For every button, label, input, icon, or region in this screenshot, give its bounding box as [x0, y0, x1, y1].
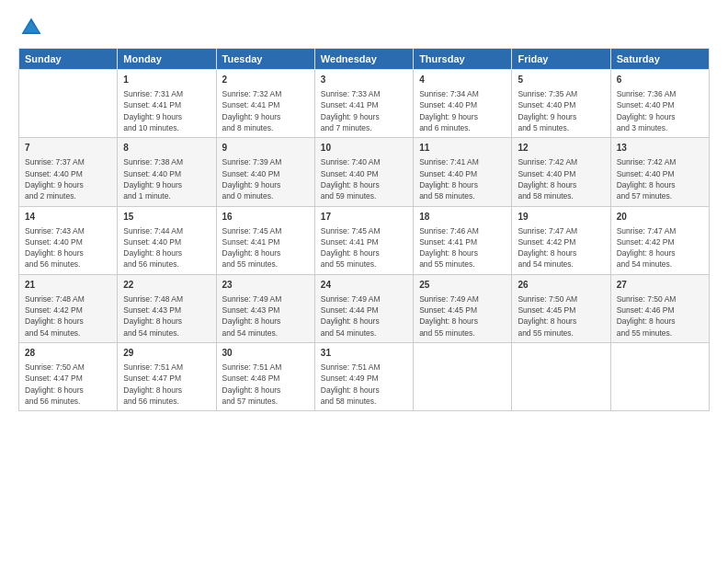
column-header-saturday: Saturday	[610, 49, 709, 70]
day-cell: 11Sunrise: 7:41 AM Sunset: 4:40 PM Dayli…	[414, 138, 512, 206]
column-header-thursday: Thursday	[414, 49, 512, 70]
day-cell: 23Sunrise: 7:49 AM Sunset: 4:43 PM Dayli…	[216, 274, 314, 342]
day-info: Sunrise: 7:47 AM Sunset: 4:42 PM Dayligh…	[518, 225, 604, 270]
day-info: Sunrise: 7:42 AM Sunset: 4:40 PM Dayligh…	[617, 156, 703, 201]
day-cell: 20Sunrise: 7:47 AM Sunset: 4:42 PM Dayli…	[610, 206, 709, 274]
day-number: 31	[321, 347, 407, 360]
day-number: 20	[617, 211, 703, 224]
day-info: Sunrise: 7:31 AM Sunset: 4:41 PM Dayligh…	[123, 88, 210, 133]
day-info: Sunrise: 7:43 AM Sunset: 4:40 PM Dayligh…	[25, 225, 111, 270]
day-cell: 10Sunrise: 7:40 AM Sunset: 4:40 PM Dayli…	[314, 138, 413, 206]
day-number: 4	[419, 74, 506, 86]
day-cell	[414, 343, 512, 411]
day-info: Sunrise: 7:33 AM Sunset: 4:41 PM Dayligh…	[321, 88, 407, 133]
day-cell: 5Sunrise: 7:35 AM Sunset: 4:40 PM Daylig…	[512, 70, 610, 138]
day-cell: 15Sunrise: 7:44 AM Sunset: 4:40 PM Dayli…	[118, 206, 216, 274]
day-info: Sunrise: 7:35 AM Sunset: 4:40 PM Dayligh…	[518, 88, 604, 133]
day-cell: 24Sunrise: 7:49 AM Sunset: 4:44 PM Dayli…	[314, 274, 413, 342]
day-info: Sunrise: 7:50 AM Sunset: 4:47 PM Dayligh…	[25, 362, 111, 407]
day-number: 18	[419, 211, 506, 224]
day-number: 6	[617, 74, 703, 86]
day-info: Sunrise: 7:38 AM Sunset: 4:40 PM Dayligh…	[123, 156, 210, 201]
day-cell: 25Sunrise: 7:49 AM Sunset: 4:45 PM Dayli…	[414, 274, 512, 342]
day-number: 21	[25, 279, 111, 292]
day-cell: 7Sunrise: 7:37 AM Sunset: 4:40 PM Daylig…	[19, 138, 118, 206]
week-row-4: 21Sunrise: 7:48 AM Sunset: 4:42 PM Dayli…	[19, 274, 710, 342]
day-cell: 8Sunrise: 7:38 AM Sunset: 4:40 PM Daylig…	[118, 138, 216, 206]
day-number: 1	[123, 74, 210, 86]
calendar-table: SundayMondayTuesdayWednesdayThursdayFrid…	[18, 48, 710, 411]
day-cell: 21Sunrise: 7:48 AM Sunset: 4:42 PM Dayli…	[19, 274, 118, 342]
column-header-monday: Monday	[118, 49, 216, 70]
day-info: Sunrise: 7:50 AM Sunset: 4:45 PM Dayligh…	[518, 293, 604, 339]
day-info: Sunrise: 7:37 AM Sunset: 4:40 PM Dayligh…	[25, 156, 111, 201]
week-row-1: 1Sunrise: 7:31 AM Sunset: 4:41 PM Daylig…	[19, 70, 710, 138]
day-number: 30	[222, 347, 309, 360]
day-number: 25	[419, 279, 506, 292]
day-number: 2	[222, 74, 309, 86]
logo-icon	[18, 15, 44, 40]
day-number: 28	[25, 347, 111, 360]
day-cell: 29Sunrise: 7:51 AM Sunset: 4:47 PM Dayli…	[118, 343, 216, 411]
day-cell: 26Sunrise: 7:50 AM Sunset: 4:45 PM Dayli…	[512, 274, 610, 342]
logo	[18, 15, 48, 40]
day-number: 5	[518, 74, 604, 86]
day-number: 13	[617, 142, 703, 155]
day-info: Sunrise: 7:45 AM Sunset: 4:41 PM Dayligh…	[222, 225, 309, 270]
day-info: Sunrise: 7:42 AM Sunset: 4:40 PM Dayligh…	[518, 156, 604, 201]
page: SundayMondayTuesdayWednesdayThursdayFrid…	[0, 0, 728, 563]
day-info: Sunrise: 7:39 AM Sunset: 4:40 PM Dayligh…	[222, 156, 309, 201]
day-number: 12	[518, 142, 604, 155]
day-number: 3	[321, 74, 407, 86]
day-info: Sunrise: 7:49 AM Sunset: 4:45 PM Dayligh…	[419, 293, 506, 339]
day-info: Sunrise: 7:50 AM Sunset: 4:46 PM Dayligh…	[617, 293, 703, 339]
day-info: Sunrise: 7:40 AM Sunset: 4:40 PM Dayligh…	[321, 156, 407, 201]
day-cell	[512, 343, 610, 411]
day-cell: 1Sunrise: 7:31 AM Sunset: 4:41 PM Daylig…	[118, 70, 216, 138]
day-cell: 9Sunrise: 7:39 AM Sunset: 4:40 PM Daylig…	[216, 138, 314, 206]
day-info: Sunrise: 7:46 AM Sunset: 4:41 PM Dayligh…	[419, 225, 506, 270]
day-cell	[19, 70, 118, 138]
day-cell: 27Sunrise: 7:50 AM Sunset: 4:46 PM Dayli…	[610, 274, 709, 342]
day-cell: 17Sunrise: 7:45 AM Sunset: 4:41 PM Dayli…	[314, 206, 413, 274]
day-info: Sunrise: 7:36 AM Sunset: 4:40 PM Dayligh…	[617, 88, 703, 133]
day-number: 29	[123, 347, 210, 360]
column-header-sunday: Sunday	[19, 49, 118, 70]
week-row-3: 14Sunrise: 7:43 AM Sunset: 4:40 PM Dayli…	[19, 206, 710, 274]
day-cell: 19Sunrise: 7:47 AM Sunset: 4:42 PM Dayli…	[512, 206, 610, 274]
day-cell: 30Sunrise: 7:51 AM Sunset: 4:48 PM Dayli…	[216, 343, 314, 411]
header-row: SundayMondayTuesdayWednesdayThursdayFrid…	[19, 49, 710, 70]
day-cell: 14Sunrise: 7:43 AM Sunset: 4:40 PM Dayli…	[19, 206, 118, 274]
day-number: 19	[518, 211, 604, 224]
day-number: 26	[518, 279, 604, 292]
day-info: Sunrise: 7:51 AM Sunset: 4:49 PM Dayligh…	[321, 362, 407, 407]
day-cell: 28Sunrise: 7:50 AM Sunset: 4:47 PM Dayli…	[19, 343, 118, 411]
day-number: 11	[419, 142, 506, 155]
day-info: Sunrise: 7:48 AM Sunset: 4:42 PM Dayligh…	[25, 293, 111, 339]
day-number: 15	[123, 211, 210, 224]
column-header-wednesday: Wednesday	[314, 49, 413, 70]
day-info: Sunrise: 7:51 AM Sunset: 4:47 PM Dayligh…	[123, 362, 210, 407]
day-number: 27	[617, 279, 703, 292]
header	[18, 15, 710, 40]
day-number: 8	[123, 142, 210, 155]
day-number: 17	[321, 211, 407, 224]
day-number: 24	[321, 279, 407, 292]
day-info: Sunrise: 7:48 AM Sunset: 4:43 PM Dayligh…	[123, 293, 210, 339]
day-cell: 16Sunrise: 7:45 AM Sunset: 4:41 PM Dayli…	[216, 206, 314, 274]
day-info: Sunrise: 7:45 AM Sunset: 4:41 PM Dayligh…	[321, 225, 407, 270]
week-row-2: 7Sunrise: 7:37 AM Sunset: 4:40 PM Daylig…	[19, 138, 710, 206]
column-header-tuesday: Tuesday	[216, 49, 314, 70]
day-cell: 31Sunrise: 7:51 AM Sunset: 4:49 PM Dayli…	[314, 343, 413, 411]
day-number: 7	[25, 142, 111, 155]
day-info: Sunrise: 7:32 AM Sunset: 4:41 PM Dayligh…	[222, 88, 309, 133]
day-cell: 2Sunrise: 7:32 AM Sunset: 4:41 PM Daylig…	[216, 70, 314, 138]
day-cell: 3Sunrise: 7:33 AM Sunset: 4:41 PM Daylig…	[314, 70, 413, 138]
day-number: 23	[222, 279, 309, 292]
day-cell: 6Sunrise: 7:36 AM Sunset: 4:40 PM Daylig…	[610, 70, 709, 138]
day-info: Sunrise: 7:34 AM Sunset: 4:40 PM Dayligh…	[419, 88, 506, 133]
column-header-friday: Friday	[512, 49, 610, 70]
week-row-5: 28Sunrise: 7:50 AM Sunset: 4:47 PM Dayli…	[19, 343, 710, 411]
day-number: 16	[222, 211, 309, 224]
day-cell: 13Sunrise: 7:42 AM Sunset: 4:40 PM Dayli…	[610, 138, 709, 206]
